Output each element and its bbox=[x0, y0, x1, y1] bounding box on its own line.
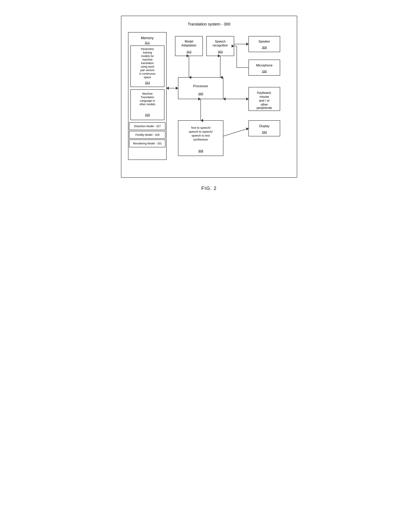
svg-text:translation: translation bbox=[141, 61, 154, 65]
svg-text:Microphone: Microphone bbox=[256, 64, 273, 67]
memory-svg-ref: 311 bbox=[145, 41, 150, 44]
svg-text:speech to text: speech to text bbox=[191, 134, 210, 137]
svg-text:Display: Display bbox=[259, 124, 269, 128]
svg-text:recognition: recognition bbox=[212, 44, 228, 47]
svg-text:machine: machine bbox=[142, 58, 152, 61]
svg-rect-66 bbox=[249, 121, 280, 136]
svg-text:in continuous: in continuous bbox=[139, 72, 155, 75]
svg-text:309: 309 bbox=[262, 46, 267, 49]
svg-rect-45 bbox=[178, 77, 223, 99]
svg-text:pair vectors: pair vectors bbox=[140, 69, 154, 72]
svg-text:Text to speech/: Text to speech/ bbox=[191, 126, 211, 129]
main-diagram-svg: Memory 311 Parametric training models fo… bbox=[128, 32, 291, 169]
svg-text:training: training bbox=[143, 51, 152, 54]
svg-text:Distortion Model - 327: Distortion Model - 327 bbox=[134, 125, 161, 128]
svg-text:Processor: Processor bbox=[193, 84, 208, 88]
svg-text:synthesizer: synthesizer bbox=[193, 138, 208, 141]
svg-text:other: other bbox=[261, 103, 268, 106]
svg-text:using word: using word bbox=[141, 65, 154, 68]
main-title: Translation system - 300 bbox=[128, 22, 290, 26]
svg-text:peripherals: peripherals bbox=[256, 106, 272, 109]
svg-text:334: 334 bbox=[262, 130, 267, 134]
memory-svg-label: Memory bbox=[141, 36, 153, 40]
arrow-synth-display bbox=[223, 128, 249, 136]
svg-text:Translation: Translation bbox=[140, 96, 154, 99]
svg-rect-54 bbox=[249, 36, 280, 52]
svg-text:Speech: Speech bbox=[215, 40, 225, 43]
svg-text:models for: models for bbox=[141, 54, 154, 58]
svg-text:340: 340 bbox=[198, 92, 203, 95]
svg-text:speech to speech/: speech to speech/ bbox=[189, 130, 213, 133]
svg-text:310: 310 bbox=[186, 50, 191, 53]
svg-text:Model: Model bbox=[185, 40, 193, 43]
svg-text:Parametric: Parametric bbox=[141, 48, 154, 50]
svg-text:mouse: mouse bbox=[259, 95, 269, 98]
full-diagram-wrapper: Translation system - 300 bbox=[117, 8, 301, 203]
svg-text:other models: other models bbox=[139, 103, 155, 106]
svg-text:Speaker: Speaker bbox=[258, 40, 270, 43]
svg-text:304: 304 bbox=[218, 50, 223, 53]
svg-text:Keyboard,: Keyboard, bbox=[257, 91, 271, 95]
arrow-mic-speechrec bbox=[234, 46, 249, 68]
svg-text:and / or: and / or bbox=[259, 99, 270, 102]
svg-text:308: 308 bbox=[198, 149, 203, 152]
svg-text:Reordering Model - 331: Reordering Model - 331 bbox=[133, 142, 162, 145]
svg-text:Adaptation: Adaptation bbox=[181, 44, 196, 47]
fig-label-main: FIG. 2 bbox=[201, 186, 217, 191]
svg-rect-57 bbox=[249, 60, 280, 75]
svg-text:Machine: Machine bbox=[142, 92, 152, 95]
svg-text:325: 325 bbox=[145, 113, 150, 116]
svg-text:Fertility Model - 329: Fertility Model - 329 bbox=[135, 133, 159, 136]
svg-text:330: 330 bbox=[262, 70, 267, 73]
svg-text:323: 323 bbox=[145, 81, 150, 84]
main-diagram-box: Translation system - 300 bbox=[121, 16, 297, 178]
svg-text:space: space bbox=[144, 76, 151, 79]
svg-text:Language or: Language or bbox=[139, 99, 155, 102]
